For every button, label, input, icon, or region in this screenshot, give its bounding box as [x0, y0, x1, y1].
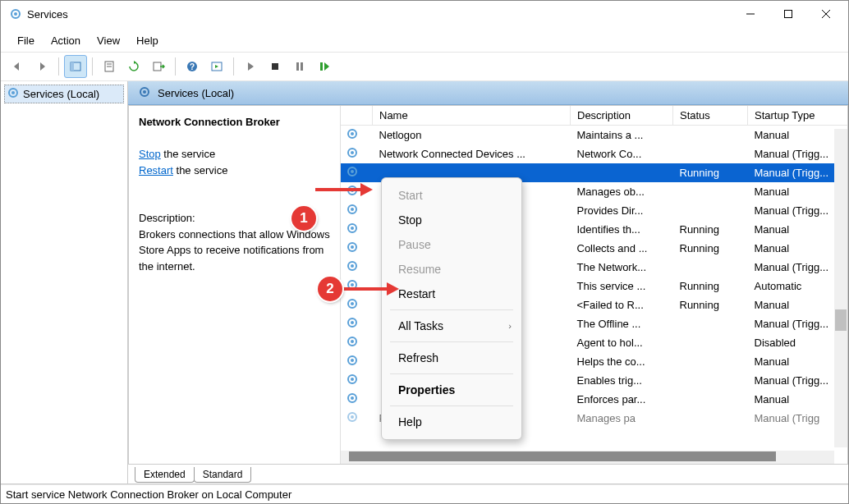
gear-icon	[346, 149, 359, 162]
export-list-button[interactable]	[147, 55, 170, 78]
annotation-step-2: 2	[318, 277, 342, 301]
restart-service-button[interactable]	[313, 55, 336, 78]
context-menu-all-tasks[interactable]: All Tasks›	[382, 314, 521, 338]
horizontal-scrollbar[interactable]	[341, 451, 834, 464]
svg-point-38	[351, 264, 354, 268]
menu-separator	[390, 309, 513, 310]
pane-header: Services (Local)	[128, 81, 848, 105]
gear-icon	[346, 244, 359, 256]
properties-button[interactable]	[98, 55, 121, 78]
gear-icon	[346, 414, 359, 426]
context-menu-pause: Pause	[382, 232, 521, 257]
menu-separator	[390, 405, 513, 406]
gear-icon	[346, 338, 359, 351]
gear-icon	[346, 300, 359, 313]
restart-service-link[interactable]: Restart	[139, 164, 173, 176]
tab-standard[interactable]: Standard	[194, 467, 252, 483]
show-hide-console-tree-button[interactable]	[64, 55, 87, 78]
pane-tabs: Extended Standard	[128, 464, 848, 483]
column-header[interactable]: Status	[673, 106, 748, 126]
menu-separator	[390, 373, 513, 374]
svg-rect-16	[296, 62, 299, 71]
tab-extended[interactable]: Extended	[135, 467, 195, 483]
gear-icon	[346, 263, 359, 275]
gear-icon	[138, 85, 151, 101]
action-pane-button[interactable]	[205, 55, 228, 78]
annotation-arrow	[342, 277, 399, 301]
start-service-button[interactable]	[239, 55, 262, 78]
refresh-button[interactable]	[122, 55, 145, 78]
context-menu-properties[interactable]: Properties	[382, 378, 521, 402]
svg-point-1	[14, 12, 17, 16]
gear-icon	[346, 376, 359, 388]
description-label: Description:	[139, 212, 195, 224]
gear-icon	[346, 395, 359, 407]
svg-point-22	[143, 90, 146, 94]
gear-icon	[346, 131, 359, 143]
chevron-right-icon: ›	[508, 321, 512, 331]
gear-icon	[346, 357, 359, 369]
svg-point-48	[351, 359, 354, 362]
pause-service-button[interactable]	[288, 55, 311, 78]
gear-icon	[7, 86, 20, 102]
status-bar: Start service Network Connection Broker …	[1, 484, 848, 503]
svg-point-36	[351, 245, 354, 249]
svg-point-20	[11, 91, 15, 94]
menu-separator	[390, 341, 513, 342]
back-button[interactable]	[6, 55, 29, 78]
gear-icon	[346, 206, 359, 218]
service-row[interactable]: Network Connected Devices ...Network Co.…	[341, 144, 847, 163]
tree-item-label: Services (Local)	[23, 88, 99, 100]
column-header[interactable]: Name	[373, 106, 571, 126]
pane-header-label: Services (Local)	[158, 87, 234, 99]
minimize-button[interactable]	[732, 1, 769, 27]
context-menu-stop[interactable]: Stop	[382, 208, 521, 232]
toolbar-separator	[92, 57, 93, 76]
service-row[interactable]: NetlogonMaintains a ...ManualLocal Sy	[341, 126, 847, 145]
menu-action[interactable]: Action	[43, 33, 89, 48]
svg-point-24	[351, 132, 354, 135]
toolbar-separator	[175, 57, 176, 76]
scrollbar-thumb[interactable]	[835, 309, 847, 331]
svg-rect-7	[71, 62, 74, 71]
svg-rect-15	[272, 63, 278, 70]
scrollbar-thumb[interactable]	[349, 451, 776, 461]
context-menu-restart[interactable]: Restart	[382, 282, 521, 306]
context-menu: StartStopPauseResumeRestartAll Tasks›Ref…	[381, 177, 522, 440]
svg-text:?: ?	[190, 62, 195, 71]
column-header[interactable]: Startup Type	[748, 106, 848, 126]
svg-point-42	[351, 302, 354, 305]
gear-icon	[346, 319, 359, 332]
column-header[interactable]: Description	[571, 106, 673, 126]
maximize-button[interactable]	[769, 1, 807, 27]
context-menu-start: Start	[382, 183, 521, 208]
menu-bar: File Action View Help	[1, 27, 848, 52]
help-button[interactable]: ?	[181, 55, 204, 78]
forward-button[interactable]	[30, 55, 53, 78]
menu-view[interactable]: View	[89, 33, 128, 48]
selected-service-name: Network Connection Broker	[139, 116, 280, 128]
tree-item-services-local[interactable]: Services (Local)	[4, 85, 124, 103]
menu-help[interactable]: Help	[128, 33, 167, 48]
status-text: Start service Network Connection Broker …	[6, 488, 291, 501]
vertical-scrollbar[interactable]	[834, 129, 847, 447]
svg-rect-17	[301, 62, 303, 71]
svg-point-52	[351, 396, 354, 400]
svg-rect-18	[320, 62, 323, 71]
svg-point-28	[351, 170, 354, 173]
annotation-arrow	[315, 177, 373, 202]
toolbar-separator	[233, 57, 234, 76]
gear-icon	[346, 225, 359, 237]
svg-point-26	[351, 151, 354, 154]
menu-file[interactable]: File	[9, 33, 43, 48]
close-button[interactable]	[807, 1, 845, 27]
svg-rect-11	[154, 62, 161, 71]
toolbar: ?	[1, 52, 848, 81]
context-menu-help[interactable]: Help	[382, 410, 521, 434]
app-icon	[9, 7, 22, 21]
context-menu-refresh[interactable]: Refresh	[382, 346, 521, 370]
stop-service-link[interactable]: Stop	[139, 148, 161, 160]
svg-point-34	[351, 227, 354, 230]
console-tree[interactable]: Services (Local)	[1, 81, 128, 483]
stop-service-button[interactable]	[264, 55, 287, 78]
